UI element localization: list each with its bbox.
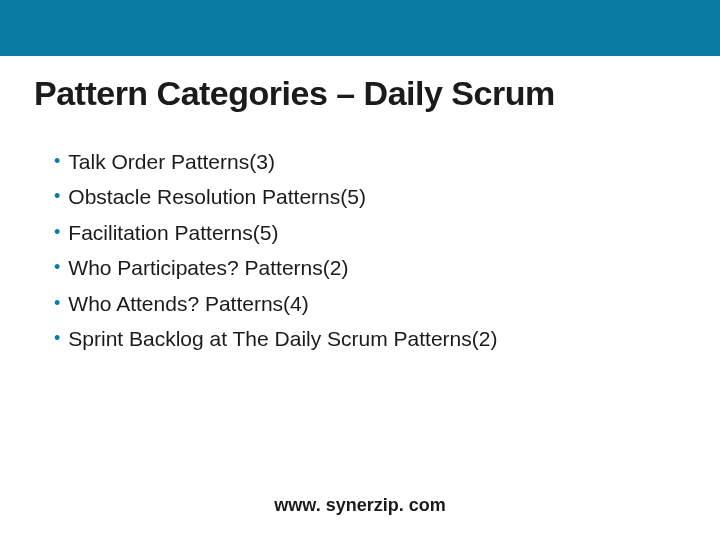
- header-bar: [0, 0, 720, 56]
- list-item: • Who Participates? Patterns(2): [54, 253, 720, 282]
- bullet-text: Who Participates? Patterns(2): [68, 253, 348, 282]
- bullet-text: Facilitation Patterns(5): [68, 218, 278, 247]
- page-title: Pattern Categories – Daily Scrum: [0, 56, 720, 113]
- bullet-text: Sprint Backlog at The Daily Scrum Patter…: [68, 324, 497, 353]
- bullet-icon: •: [54, 223, 60, 241]
- bullet-icon: •: [54, 152, 60, 170]
- list-item: • Who Attends? Patterns(4): [54, 289, 720, 318]
- bullet-text: Obstacle Resolution Patterns(5): [68, 182, 366, 211]
- list-item: • Talk Order Patterns(3): [54, 147, 720, 176]
- list-item: • Facilitation Patterns(5): [54, 218, 720, 247]
- list-item: • Sprint Backlog at The Daily Scrum Patt…: [54, 324, 720, 353]
- bullet-text: Who Attends? Patterns(4): [68, 289, 308, 318]
- bullet-icon: •: [54, 187, 60, 205]
- content-area: • Talk Order Patterns(3) • Obstacle Reso…: [0, 113, 720, 353]
- footer-text: www. synerzip. com: [274, 495, 445, 515]
- footer: www. synerzip. com: [0, 495, 720, 516]
- bullet-icon: •: [54, 329, 60, 347]
- bullet-icon: •: [54, 258, 60, 276]
- bullet-text: Talk Order Patterns(3): [68, 147, 275, 176]
- bullet-icon: •: [54, 294, 60, 312]
- bullet-list: • Talk Order Patterns(3) • Obstacle Reso…: [54, 147, 720, 353]
- list-item: • Obstacle Resolution Patterns(5): [54, 182, 720, 211]
